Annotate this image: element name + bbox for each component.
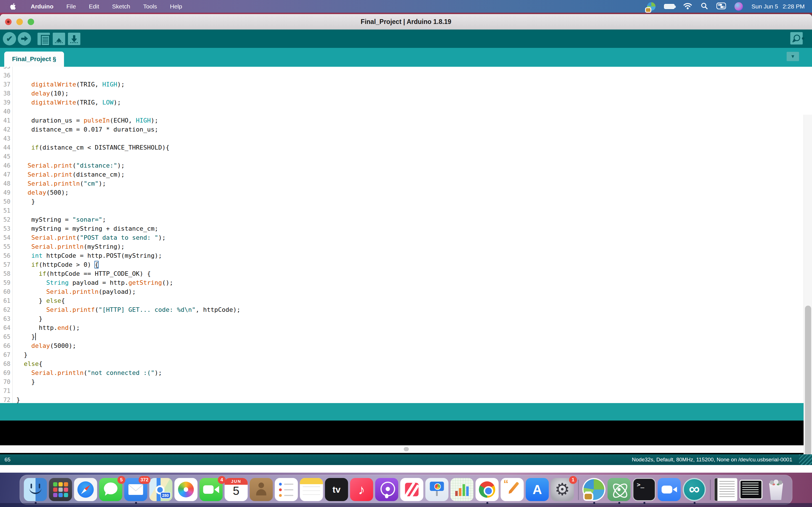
dock-item-appletv[interactable]: tv	[325, 478, 349, 501]
control-center-icon[interactable]	[716, 3, 726, 10]
dock-item-podcasts[interactable]	[375, 478, 399, 501]
close-button[interactable]	[5, 18, 11, 25]
dock-item-news[interactable]	[400, 478, 424, 501]
code-line-36[interactable]: 36	[0, 71, 812, 80]
dock-item-chrome[interactable]	[476, 478, 499, 501]
title-bar[interactable]: Final_Project | Arduino 1.8.19	[0, 14, 812, 30]
code-line-39[interactable]: 39 digitalWrite(TRIG, LOW);	[0, 98, 812, 107]
code-line-42[interactable]: 42 distance_cm = 0.017 * duration_us;	[0, 125, 812, 134]
tab-menu-button[interactable]: ▼	[786, 52, 799, 61]
code-line-66[interactable]: 66 delay(5000);	[0, 341, 812, 350]
menu-item-help[interactable]: Help	[163, 3, 189, 10]
code-line-56[interactable]: 56 int httpCode = http.POST(myString);	[0, 251, 812, 260]
new-sketch-button[interactable]	[38, 33, 50, 45]
horizontal-scrollbar-thumb[interactable]	[404, 447, 409, 451]
code-line-49[interactable]: 49 delay(500);	[0, 188, 812, 197]
open-button[interactable]	[53, 33, 65, 45]
code-editor[interactable]: 353637 digitalWrite(TRIG, HIGH);38 delay…	[0, 67, 812, 403]
dock-item-contacts[interactable]	[250, 478, 273, 501]
verify-button[interactable]	[3, 32, 16, 45]
code-line-52[interactable]: 52 myString = "sonar=";	[0, 215, 812, 224]
dock-item-safari[interactable]	[74, 478, 98, 501]
code-line-57[interactable]: 57 if(httpCode > 0) {	[0, 260, 812, 269]
code-line-67[interactable]: 67 }	[0, 350, 812, 359]
dock-item-shotfile[interactable]	[740, 478, 763, 499]
dock-item-docfile[interactable]	[714, 478, 738, 501]
code-line-38[interactable]: 38 delay(10);	[0, 89, 812, 98]
dock-item-settings[interactable]: 1	[551, 478, 574, 501]
apple-menu-icon[interactable]	[10, 3, 16, 10]
code-line-51[interactable]: 51	[0, 206, 812, 215]
code-line-69[interactable]: 69 Serial.println("not connected :(");	[0, 369, 812, 378]
dock-item-numbers[interactable]	[451, 478, 474, 501]
vpn-globe-icon[interactable]	[647, 2, 656, 11]
code-line-59[interactable]: 59 String payload = http.getString();	[0, 278, 812, 287]
menu-item-sketch[interactable]: Sketch	[106, 3, 137, 10]
code-line-35[interactable]: 35	[0, 67, 812, 71]
code-line-65[interactable]: 65 }	[0, 332, 812, 341]
code-line-70[interactable]: 70 }	[0, 378, 812, 386]
dock-item-calendar[interactable]: JUN5	[225, 478, 248, 501]
code-line-58[interactable]: 58 if(httpCode == HTTP_CODE_OK) {	[0, 269, 812, 278]
dock-item-zoomapp[interactable]	[658, 478, 681, 501]
code-line-55[interactable]: 55 Serial.println(myString);	[0, 242, 812, 251]
code-line-61[interactable]: 61 } else{	[0, 296, 812, 305]
menu-bar-clock[interactable]: Sun Jun 5 2:28 PM	[751, 3, 805, 10]
serial-monitor-button[interactable]	[790, 32, 803, 45]
code-line-44[interactable]: 44 if(distance_cm < DISTANCE_THRESHOLD){	[0, 143, 812, 152]
code-line-40[interactable]: 40	[0, 107, 812, 116]
code-line-53[interactable]: 53 myString = myString + distance_cm;	[0, 224, 812, 233]
horizontal-scrollbar[interactable]	[0, 445, 804, 453]
siri-icon[interactable]	[734, 2, 743, 11]
dock-item-vpn[interactable]	[582, 478, 606, 501]
code-line-64[interactable]: 64 http.end();	[0, 323, 812, 332]
upload-button[interactable]	[18, 32, 31, 45]
resize-grip[interactable]	[799, 454, 812, 465]
dock-item-pages[interactable]	[501, 478, 524, 501]
dock-item-terminal[interactable]	[633, 478, 656, 501]
code-line-46[interactable]: 46 Serial.print("distance:");	[0, 161, 812, 170]
code-line-60[interactable]: 60 Serial.println(payload);	[0, 287, 812, 296]
dock-item-atom[interactable]	[608, 478, 631, 501]
dock-item-launchpad[interactable]	[49, 478, 73, 501]
code-line-72[interactable]: 72}	[0, 395, 812, 403]
tab-final-project[interactable]: Final_Project §	[4, 52, 64, 67]
dock-item-trash[interactable]	[765, 478, 788, 501]
dock-item-mail[interactable]: 372	[124, 478, 148, 501]
code-line-45[interactable]: 45	[0, 152, 812, 161]
code-line-41[interactable]: 41 duration_us = pulseIn(ECHO, HIGH);	[0, 116, 812, 125]
editor-console-divider[interactable]	[0, 403, 812, 420]
vertical-scrollbar-thumb[interactable]	[805, 305, 811, 458]
code-line-47[interactable]: 47 Serial.print(distance_cm);	[0, 170, 812, 179]
code-line-71[interactable]: 71	[0, 386, 812, 395]
code-line-48[interactable]: 48 Serial.println("cm");	[0, 179, 812, 188]
dock-item-maps[interactable]: 280	[149, 478, 173, 501]
dock-item-reminders[interactable]	[275, 478, 299, 501]
code-line-62[interactable]: 62 Serial.printf("[HTTP] GET... code: %d…	[0, 305, 812, 314]
spotlight-icon[interactable]	[701, 2, 708, 11]
menu-item-edit[interactable]: Edit	[82, 3, 105, 10]
dock-item-music[interactable]	[350, 478, 374, 501]
code-line-63[interactable]: 63 }	[0, 314, 812, 323]
dock-item-messages[interactable]: 5	[99, 478, 123, 501]
code-line-50[interactable]: 50 }	[0, 197, 812, 206]
dock-item-notes[interactable]	[300, 478, 324, 501]
dock-item-keynote[interactable]	[425, 478, 449, 501]
save-button[interactable]	[68, 33, 80, 45]
battery-icon[interactable]	[664, 4, 675, 9]
vertical-scrollbar[interactable]	[804, 115, 812, 459]
dock-item-facetime[interactable]: 4	[200, 478, 223, 501]
code-line-68[interactable]: 68 else{	[0, 359, 812, 369]
dock-item-appstore[interactable]	[526, 478, 550, 501]
code-line-54[interactable]: 54 Serial.print("POST data to send: ");	[0, 233, 812, 242]
wifi-icon[interactable]	[683, 2, 692, 11]
minimize-button[interactable]	[16, 18, 23, 25]
code-line-43[interactable]: 43	[0, 134, 812, 143]
dock-item-arduino[interactable]	[683, 478, 707, 501]
menu-item-file[interactable]: File	[60, 3, 82, 10]
dock-item-photos[interactable]	[174, 478, 198, 501]
menu-item-arduino[interactable]: Arduino	[24, 3, 60, 10]
code-line-37[interactable]: 37 digitalWrite(TRIG, HIGH);	[0, 80, 812, 89]
menu-item-tools[interactable]: Tools	[137, 3, 163, 10]
dock-item-finder[interactable]	[24, 478, 48, 501]
